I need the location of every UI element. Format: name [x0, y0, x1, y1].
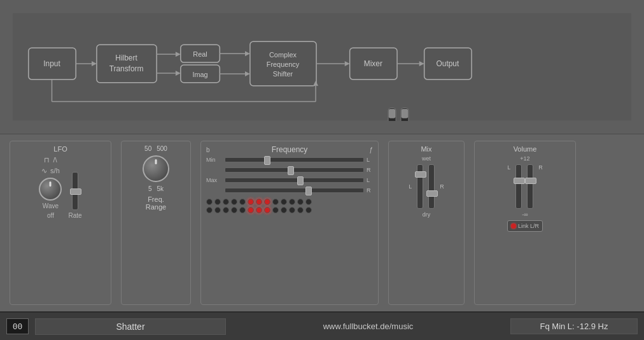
sh-label: s/h — [50, 167, 60, 175]
freq-sliders-col: Min L R — [206, 157, 373, 194]
vol-r-slider-track[interactable] — [527, 164, 533, 209]
led-2-4[interactable] — [231, 207, 237, 213]
freq-500-label: 500 — [157, 145, 167, 152]
led-2-2[interactable] — [214, 207, 221, 213]
svg-rect-39 — [402, 109, 408, 118]
status-url: www.fullbucket.de/music — [232, 322, 504, 331]
max-r-slider-track[interactable] — [225, 188, 364, 193]
max-l-slider-thumb[interactable] — [297, 176, 304, 185]
freq-range-knob-container — [143, 155, 169, 182]
svg-text:Frequency: Frequency — [267, 60, 300, 68]
led-2-12[interactable] — [297, 207, 304, 213]
controls-area: LFO ⊓ /\ ∿ s/h Wave off — [0, 134, 644, 311]
led-2-6[interactable] — [248, 207, 254, 213]
vol-l-label: L — [507, 164, 510, 171]
min-r-row: R — [206, 167, 373, 173]
rate-slider-track[interactable] — [72, 172, 78, 210]
led-1-7[interactable] — [256, 199, 262, 205]
mix-l-slider-track[interactable] — [417, 164, 423, 209]
max-r-slider-thumb[interactable] — [305, 187, 312, 195]
frequency-section: b Frequency ƒ Min L — [200, 141, 379, 305]
led-1-3[interactable] — [223, 199, 229, 205]
led-1-12[interactable] — [297, 199, 304, 205]
wet-label: wet — [422, 155, 431, 162]
rate-label: Rate — [68, 212, 81, 219]
led-2-8[interactable] — [264, 207, 270, 213]
led-1-13[interactable] — [305, 199, 312, 205]
mix-section: Mix wet L R dry — [388, 141, 465, 305]
led-2-13[interactable] — [305, 207, 312, 213]
status-info: Fq Min L: -12.9 Hz — [510, 318, 638, 334]
tri-wave-icon: /\ — [53, 156, 57, 164]
min-l-slider-thumb[interactable] — [264, 156, 270, 165]
min-r-slider-thumb[interactable] — [288, 166, 294, 175]
led-2-7[interactable] — [256, 207, 262, 213]
led-2-3[interactable] — [223, 207, 229, 213]
led-1-11[interactable] — [289, 199, 295, 205]
vol-l-slider-track[interactable] — [515, 164, 522, 209]
svg-text:Input: Input — [43, 59, 60, 68]
svg-text:Shifter: Shifter — [273, 70, 293, 78]
signal-flow-svg: Input Hilbert Transform Real — [13, 13, 631, 121]
vol-r-label: R — [538, 164, 543, 171]
led-1-6[interactable] — [248, 199, 254, 205]
led-1-1[interactable] — [206, 199, 213, 205]
min-l-row: Min L — [206, 157, 373, 163]
svg-text:Hilbert: Hilbert — [115, 53, 137, 62]
signal-flow-area: Input Hilbert Transform Real — [0, 0, 644, 134]
mix-label: Mix — [421, 145, 431, 153]
plus12-label: +12 — [520, 155, 529, 162]
frequency-header: b Frequency ƒ — [206, 145, 373, 154]
svg-text:Imag: Imag — [192, 71, 207, 78]
freq-5-label: 5 — [148, 185, 152, 192]
led-2-1[interactable] — [206, 207, 213, 213]
max-l-row: Max L — [206, 177, 373, 183]
l-label-max: L — [367, 177, 373, 183]
led-1-8[interactable] — [264, 199, 270, 205]
svg-text:Output: Output — [437, 59, 459, 68]
mix-l-slider-thumb[interactable] — [415, 171, 426, 178]
led-1-10[interactable] — [281, 199, 287, 205]
r-label-min: R — [367, 167, 373, 173]
led-1-4[interactable] — [231, 199, 237, 205]
svg-text:Transform: Transform — [109, 64, 144, 73]
max-r-row: R — [206, 187, 373, 194]
volume-section: Volume +12 L R -∞ Link L/R — [474, 141, 576, 305]
lfo-controls: ⊓ /\ ∿ s/h Wave off — [39, 156, 81, 219]
wave-knob[interactable] — [39, 178, 62, 201]
minusinf-label: -∞ — [522, 211, 528, 218]
frequency-sliders-area: Min L R — [206, 157, 373, 194]
svg-text:Complex: Complex — [269, 51, 297, 59]
min-r-slider-track[interactable] — [225, 167, 364, 173]
wave-symbols2: ∿ s/h — [41, 167, 60, 175]
min-l-slider-track[interactable] — [225, 157, 364, 162]
freq-range-knob[interactable] — [143, 155, 169, 182]
led-1-5[interactable] — [239, 199, 246, 205]
freq-link-label: ƒ — [369, 146, 373, 153]
freq-5k-label: 5k — [157, 185, 164, 192]
preset-number[interactable]: 00 — [6, 318, 29, 334]
max-l-slider-track[interactable] — [225, 178, 364, 183]
link-lr-button[interactable]: Link L/R — [507, 220, 543, 232]
vol-r-slider-thumb[interactable] — [525, 178, 536, 184]
wave-label: Wave — [43, 202, 59, 209]
vol-l-slider-thumb[interactable] — [514, 178, 525, 184]
led-1-2[interactable] — [214, 199, 221, 205]
led-2-10[interactable] — [281, 207, 287, 213]
mix-sliders: L R — [409, 164, 444, 209]
r-label-max: R — [367, 187, 373, 194]
mix-l-label: L — [409, 183, 412, 190]
led-2-5[interactable] — [239, 207, 246, 213]
led-1-9[interactable] — [272, 199, 279, 205]
led-2-11[interactable] — [289, 207, 295, 213]
led-row-1 — [206, 199, 373, 205]
mix-r-slider-track[interactable] — [428, 164, 435, 209]
volume-sliders: L R — [507, 164, 543, 209]
l-label-min: L — [367, 157, 373, 163]
mix-r-slider-thumb[interactable] — [426, 190, 438, 197]
led-2-9[interactable] — [272, 207, 279, 213]
frequency-label: Frequency — [272, 145, 308, 154]
plugin-container: Input Hilbert Transform Real — [0, 0, 644, 340]
preset-name[interactable]: Shatter — [35, 318, 226, 335]
rate-slider-thumb[interactable] — [70, 188, 81, 195]
